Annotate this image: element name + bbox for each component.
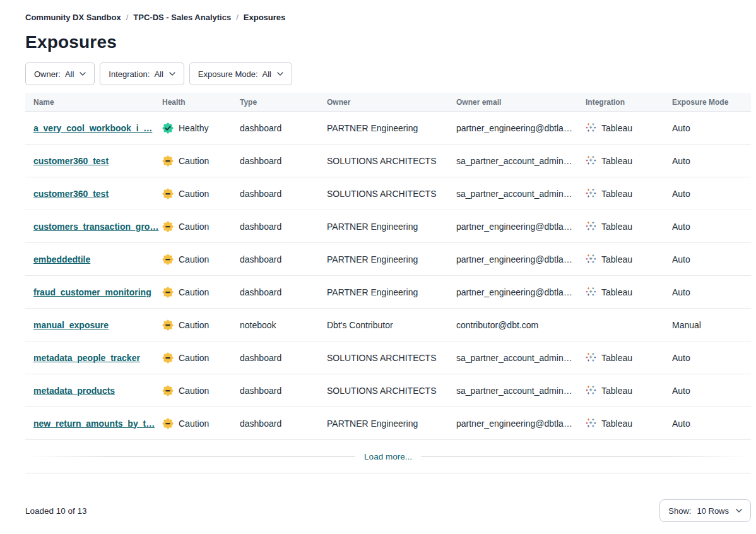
name-cell: fraud_customer_monitoring: [33, 287, 162, 297]
health-label: Caution: [179, 254, 209, 264]
tableau-icon: [586, 385, 596, 396]
health-label: Caution: [179, 287, 209, 297]
filter-integration[interactable]: Integration: All: [100, 62, 184, 85]
tableau-icon: [586, 254, 596, 264]
type-cell: dashboard: [240, 287, 327, 297]
name-cell: new_return_amounts_by_t…: [33, 418, 162, 429]
owner-email-cell: partner_engineering@dbtla…: [456, 123, 586, 133]
integration-label: Tableau: [601, 418, 632, 429]
exposure-mode-cell: Auto: [672, 156, 751, 166]
exposure-name-link[interactable]: manual_exposure: [33, 320, 109, 330]
exposure-mode-cell: Auto: [672, 254, 751, 264]
owner-cell: SOLUTIONS ARCHITECTS: [327, 386, 456, 396]
integration-label: Tableau: [601, 222, 632, 232]
health-label: Caution: [179, 386, 209, 396]
table-row: manual_exposure: [25, 309, 751, 341]
exposure-name-link[interactable]: customer360_test: [33, 156, 109, 166]
exposure-name-link[interactable]: customers_transaction_gro…: [33, 222, 158, 232]
owner-email-cell: sa_partner_account_admin…: [456, 353, 586, 363]
name-cell: customer360_test: [33, 156, 162, 166]
integration-label: Tableau: [601, 353, 632, 363]
chevron-down-icon: [169, 72, 175, 76]
name-cell: customers_transaction_gro…: [33, 222, 162, 232]
column-header-type: Type: [240, 98, 327, 107]
type-cell: dashboard: [240, 123, 327, 133]
owner-cell: PARTNER Engineering: [327, 123, 456, 133]
table-header: Name Health Type Owner Owner email Integ…: [25, 93, 751, 112]
owner-email-cell: sa_partner_account_admin…: [456, 386, 586, 396]
health-label: Caution: [179, 222, 209, 232]
exposure-name-link[interactable]: metadata_people_tracker: [33, 353, 140, 363]
owner-cell: PARTNER Engineering: [327, 222, 456, 232]
type-cell: dashboard: [240, 418, 327, 429]
owner-cell: PARTNER Engineering: [327, 418, 456, 429]
integration-label: Tableau: [601, 254, 632, 264]
health-cell: Caution: [162, 352, 240, 364]
load-more-link[interactable]: Load more...: [364, 452, 412, 461]
name-cell: metadata_people_tracker: [33, 353, 162, 363]
health-label: Healthy: [179, 123, 208, 133]
health-cell: Caution: [162, 155, 240, 167]
exposure-mode-cell: Auto: [672, 353, 751, 363]
breadcrumb-item-environment[interactable]: TPC-DS - Sales Analytics: [133, 13, 231, 22]
health-cell: Caution: [162, 254, 240, 265]
exposure-name-link[interactable]: new_return_amounts_by_t…: [33, 418, 155, 429]
integration-cell: Tableau: [586, 385, 672, 396]
health-cell: Caution: [162, 319, 240, 331]
caution-dash-icon: [162, 319, 174, 331]
tableau-icon: [586, 352, 596, 363]
integration-cell: Tableau: [586, 352, 672, 363]
owner-cell: SOLUTIONS ARCHITECTS: [327, 353, 456, 363]
exposure-name-link[interactable]: embeddedtile: [33, 254, 90, 264]
tableau-icon: [586, 418, 596, 429]
table-row: a_very_cool_workbook_i_…: [25, 112, 751, 145]
filter-owner-value: All: [65, 69, 74, 79]
tableau-icon: [586, 122, 596, 133]
type-cell: dashboard: [240, 353, 327, 363]
column-header-owner: Owner: [327, 98, 456, 107]
exposure-name-link[interactable]: fraud_customer_monitoring: [33, 287, 151, 297]
column-header-name: Name: [33, 98, 162, 107]
type-cell: dashboard: [240, 156, 327, 166]
filter-exposure-mode[interactable]: Exposure Mode: All: [189, 62, 292, 85]
table-row: customers_transaction_gro…: [25, 210, 751, 243]
breadcrumb-item-exposures: Exposures: [244, 13, 285, 22]
health-label: Caution: [179, 189, 209, 199]
integration-cell: Tableau: [586, 122, 672, 133]
show-rows-button[interactable]: Show: 10 Rows: [659, 499, 751, 522]
integration-cell: Tableau: [586, 188, 672, 199]
name-cell: manual_exposure: [33, 320, 162, 330]
filter-integration-value: All: [154, 69, 163, 79]
healthy-check-icon: [162, 122, 174, 134]
table-footer: Loaded 10 of 13 Show: 10 Rows: [25, 499, 751, 522]
integration-label: Tableau: [601, 123, 632, 133]
type-cell: dashboard: [240, 189, 327, 199]
health-label: Caution: [179, 418, 209, 429]
health-cell: Caution: [162, 188, 240, 199]
integration-cell: Tableau: [586, 254, 672, 264]
exposure-name-link[interactable]: customer360_test: [33, 189, 109, 199]
owner-email-cell: sa_partner_account_admin…: [456, 189, 586, 199]
exposure-name-link[interactable]: metadata_products: [33, 386, 115, 396]
integration-label: Tableau: [601, 386, 632, 396]
loaded-count: Loaded 10 of 13: [25, 506, 87, 516]
integration-label: Tableau: [601, 287, 632, 297]
exposure-name-link[interactable]: a_very_cool_workbook_i_…: [33, 123, 152, 133]
caution-dash-icon: [162, 221, 174, 232]
table-row: customer360_test: [25, 145, 751, 177]
filter-owner[interactable]: Owner: All: [25, 62, 95, 85]
exposure-mode-cell: Auto: [672, 123, 751, 133]
load-more-row: Load more...: [25, 440, 751, 473]
exposure-mode-cell: Auto: [672, 189, 751, 199]
exposure-mode-cell: Manual: [672, 320, 751, 330]
health-label: Caution: [179, 320, 209, 330]
breadcrumb-item-project[interactable]: Community DX Sandbox: [25, 13, 121, 22]
table-row: embeddedtile: [25, 243, 751, 276]
table-row: metadata_people_tracker: [25, 341, 751, 374]
name-cell: a_very_cool_workbook_i_…: [33, 123, 162, 133]
tableau-icon: [586, 188, 596, 199]
caution-dash-icon: [162, 155, 174, 167]
filter-exposure-mode-label: Exposure Mode:: [198, 69, 258, 79]
name-cell: customer360_test: [33, 189, 162, 199]
filter-exposure-mode-value: All: [263, 69, 271, 79]
